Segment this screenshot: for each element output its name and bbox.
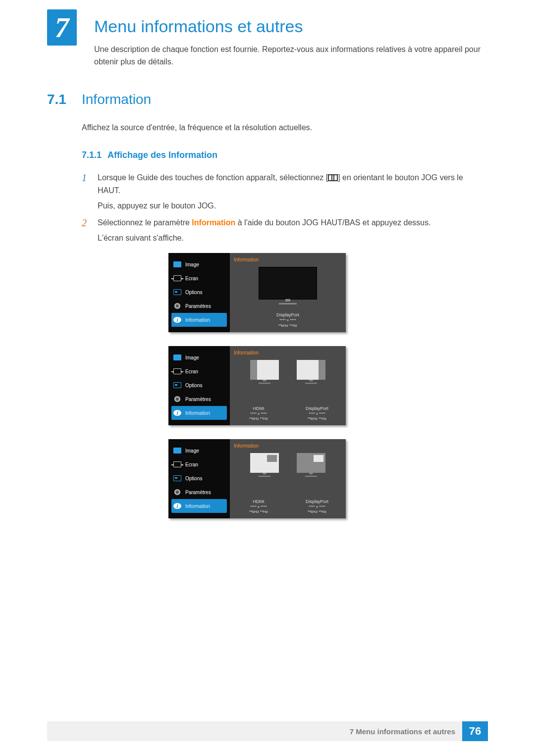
image-icon — [173, 354, 181, 360]
source-label: HDMI — [241, 406, 276, 411]
image-icon — [173, 261, 181, 267]
step-2-text-b: à l'aide du bouton JOG HAUT/BAS et appuy… — [235, 218, 430, 227]
menu-item: Paramètres — [185, 490, 211, 495]
resolution-value: **** x **** — [300, 504, 334, 509]
step-1-text-c: Puis, appuyez sur le bouton JOG. — [98, 202, 216, 210]
menu-item: Ecran — [185, 369, 198, 374]
section-title: Information — [82, 92, 151, 107]
step-2-text-a: Sélectionnez le paramètre — [98, 218, 192, 227]
source-label: DisplayPort — [230, 312, 346, 318]
page-number: 76 — [462, 721, 488, 741]
page-footer: 7 Menu informations et autres 76 — [47, 721, 488, 741]
menu-item: Image — [185, 355, 199, 360]
menu-item-selected: Information — [185, 410, 210, 416]
osd-menu: Image Ecran Options Paramètres iInformat… — [168, 439, 230, 518]
section-number: 7.1 — [47, 92, 66, 107]
menu-item: Image — [185, 448, 199, 454]
source-label: DisplayPort — [300, 406, 334, 411]
source-label: HDMI — [241, 499, 276, 504]
resolution-value: **** x **** — [241, 504, 276, 509]
options-icon — [173, 475, 181, 481]
menu-item: Ecran — [185, 462, 198, 467]
chapter-title: Menu informations et autres — [94, 17, 303, 36]
menu-item: Paramètres — [185, 303, 211, 309]
image-icon — [173, 448, 181, 454]
menu-item: Options — [185, 476, 202, 481]
settings-icon — [173, 396, 181, 402]
osd-panels: Image Ecran Options Paramètres iInformat… — [168, 253, 347, 532]
step-number: 1 — [82, 171, 91, 212]
step-number: 2 — [82, 216, 91, 245]
frequency-value: **kHz **Hz — [241, 416, 276, 421]
osd-panel-3: Image Ecran Options Paramètres iInformat… — [168, 439, 346, 518]
info-icon: i — [173, 410, 181, 416]
section-body: Affichez la source d'entrée, la fréquenc… — [82, 123, 488, 132]
settings-icon — [173, 303, 181, 309]
monitor-graphic — [259, 267, 317, 300]
info-icon: i — [173, 317, 181, 323]
step-1-text-a: Lorsque le Guide des touches de fonction… — [98, 173, 328, 182]
subsection-title: Affichage des Information — [107, 150, 217, 160]
screen-icon — [173, 461, 181, 467]
frequency-value: **kHz **Hz — [300, 416, 334, 421]
osd-panel-title: Information — [230, 253, 346, 262]
menu-item: Options — [185, 290, 202, 295]
menu-item: Ecran — [185, 276, 198, 281]
monitor-graphic-right — [297, 360, 325, 380]
monitor-graphic-right — [297, 453, 325, 473]
chapter-number-badge: 7 — [47, 9, 77, 46]
menu-item: Image — [185, 262, 199, 267]
menu-item-selected: Information — [185, 317, 210, 323]
source-label: DisplayPort — [300, 499, 334, 504]
osd-panel-2: Image Ecran Options Paramètres iInformat… — [168, 346, 346, 425]
step-2: 2 Sélectionnez le paramètre Information … — [82, 216, 488, 245]
menu-item: Paramètres — [185, 397, 211, 402]
menu-item-selected: Information — [185, 504, 210, 509]
menu-icon — [328, 174, 338, 181]
info-icon: i — [173, 503, 181, 509]
resolution-value: **** x **** — [300, 411, 334, 416]
osd-menu: Image Ecran Options Paramètres iInformat… — [168, 253, 230, 332]
osd-menu: Image Ecran Options Paramètres iInformat… — [168, 346, 230, 425]
monitor-graphic-left — [250, 360, 279, 380]
settings-icon — [173, 489, 181, 495]
osd-panel-title: Information — [230, 346, 346, 355]
menu-item: Options — [185, 383, 202, 388]
footer-chapter-label: 7 Menu informations et autres — [350, 727, 455, 736]
frequency-value: **kHz **Hz — [300, 509, 334, 514]
options-icon — [173, 382, 181, 388]
frequency-value: **kHz **Hz — [230, 323, 346, 328]
subsection-number: 7.1.1 — [82, 150, 102, 160]
subsection: 7.1.1 Affichage des Information 1 Lorsqu… — [82, 150, 488, 249]
resolution-value: **** x **** — [241, 411, 276, 416]
osd-panel-title: Information — [230, 439, 346, 449]
step-1: 1 Lorsque le Guide des touches de foncti… — [82, 171, 488, 212]
step-2-highlight: Information — [192, 218, 235, 227]
frequency-value: **kHz **Hz — [241, 509, 276, 514]
monitor-graphic-left — [250, 453, 279, 473]
screen-icon — [173, 275, 181, 281]
step-2-text-c: L'écran suivant s'affiche. — [98, 234, 184, 242]
options-icon — [173, 289, 181, 295]
resolution-value: **** x **** — [230, 318, 346, 323]
chapter-intro: Une description de chaque fonction est f… — [94, 44, 488, 68]
osd-panel-1: Image Ecran Options Paramètres iInformat… — [168, 253, 346, 332]
screen-icon — [173, 368, 181, 374]
